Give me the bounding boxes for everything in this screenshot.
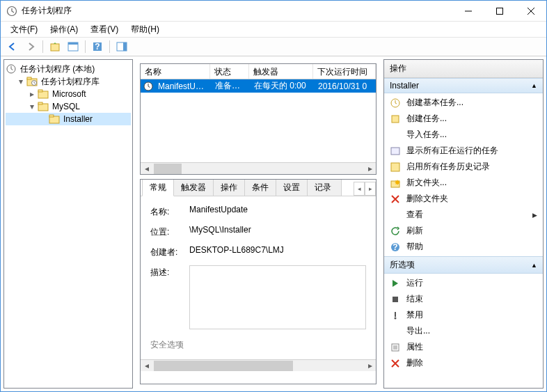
history-icon (390, 162, 401, 173)
svg-rect-1 (496, 8, 502, 14)
action-properties[interactable]: 属性 (384, 339, 543, 355)
task-icon (143, 81, 154, 92)
show-hide-action-button[interactable] (114, 39, 129, 54)
tab-scroll-right[interactable]: ▸ (365, 182, 376, 196)
value-name: ManifestUpdate (189, 205, 366, 214)
label-location: 位置: (150, 225, 189, 238)
svg-rect-23 (391, 163, 399, 171)
action-view[interactable]: 查看▶ (384, 207, 543, 223)
actions-section-installer[interactable]: Installer▲ (384, 78, 543, 93)
menu-help[interactable]: 帮助(H) (125, 22, 165, 37)
general-form: 名称: ManifestUpdate 位置: \MySQL\Installer … (141, 196, 376, 359)
delete-icon (390, 358, 401, 369)
action-run[interactable]: 运行 (384, 275, 543, 291)
collapse-icon: ▲ (531, 82, 537, 89)
menu-view[interactable]: 查看(V) (85, 22, 124, 37)
menubar: 文件(F) 操作(A) 查看(V) 帮助(H) (1, 22, 546, 37)
svg-rect-22 (391, 148, 399, 155)
tree-library[interactable]: ▾ 任务计划程序库 (6, 75, 131, 88)
center-pane: 名称 状态 触发器 下次运行时间 ManifestUp... 准备就绪 在每天的… (136, 59, 381, 389)
detail-panel: 常规 触发器 操作 条件 设置 历史记录 ◂ ▸ 名称: ManifestUpd… (140, 179, 376, 384)
stop-icon (390, 294, 401, 305)
tab-triggers[interactable]: 触发器 (173, 179, 214, 196)
task-row[interactable]: ManifestUp... 准备就绪 在每天的 0:00 2016/10/31 … (141, 79, 376, 93)
action-create-task[interactable]: 创建任务... (384, 111, 543, 127)
security-options-label: 安全选项 (150, 336, 366, 351)
folder-new-icon (390, 178, 401, 189)
submenu-arrow-icon: ▶ (532, 212, 537, 219)
col-trigger[interactable]: 触发器 (249, 64, 313, 79)
value-description[interactable] (189, 265, 366, 329)
tab-settings[interactable]: 设置 (276, 179, 308, 196)
tab-general[interactable]: 常规 (142, 179, 174, 196)
tab-actions[interactable]: 操作 (213, 179, 245, 196)
action-help[interactable]: ?帮助 (384, 239, 543, 255)
toolbar: ? (1, 37, 546, 56)
actions-section-selected[interactable]: 所选项▲ (384, 256, 543, 274)
show-hide-console-button[interactable] (65, 39, 81, 54)
action-delete-folder[interactable]: 删除文件夹 (384, 191, 543, 207)
action-create-basic-task[interactable]: 创建基本任务... (384, 95, 543, 111)
tree-microsoft[interactable]: ▸ Microsoft (6, 88, 131, 100)
collapse-icon[interactable]: ▾ (26, 102, 38, 111)
svg-rect-2 (51, 44, 59, 51)
tree-mysql[interactable]: ▾ MySQL (6, 100, 131, 113)
delete-icon (390, 194, 401, 205)
detail-tabs: 常规 触发器 操作 条件 设置 历史记录 ◂ ▸ (141, 180, 376, 196)
wand-icon (390, 97, 401, 109)
svg-rect-18 (49, 115, 54, 117)
action-import-task[interactable]: 导入任务... (384, 127, 543, 143)
action-new-folder[interactable]: 新文件夹... (384, 175, 543, 191)
action-end[interactable]: 结束 (384, 291, 543, 307)
import-icon (390, 130, 401, 141)
action-refresh[interactable]: 刷新 (384, 223, 543, 239)
detail-hscroll[interactable]: ◂▸ (141, 359, 376, 371)
minimize-button[interactable] (452, 1, 484, 21)
svg-rect-21 (392, 116, 399, 123)
back-button[interactable] (5, 39, 20, 54)
col-status[interactable]: 状态 (210, 64, 249, 79)
label-name: 名称: (150, 205, 189, 218)
value-creator: DESKTOP-LL689C7\LMJ (189, 245, 366, 255)
refresh-icon (390, 226, 401, 237)
menu-action[interactable]: 操作(A) (45, 22, 84, 37)
disable-icon (390, 310, 401, 321)
forward-button[interactable] (23, 39, 38, 54)
svg-rect-27 (393, 297, 398, 302)
close-button[interactable] (515, 1, 546, 21)
collapse-icon: ▲ (531, 262, 537, 269)
action-disable[interactable]: 禁用 (384, 307, 543, 323)
tab-scroll-left[interactable]: ◂ (354, 182, 365, 196)
maximize-button[interactable] (484, 1, 515, 21)
action-delete[interactable]: 删除 (384, 355, 543, 371)
action-export[interactable]: 导出... (384, 323, 543, 339)
help-button[interactable]: ? (90, 39, 105, 54)
svg-rect-8 (123, 42, 127, 51)
tree-root[interactable]: 任务计划程序 (本地) (6, 63, 131, 75)
svg-text:?: ? (393, 242, 397, 252)
list-hscroll[interactable]: ◂▸ (141, 162, 376, 174)
expand-icon[interactable]: ▸ (26, 89, 38, 99)
app-icon (6, 6, 17, 17)
tab-history[interactable]: 历史记录 (307, 179, 342, 196)
col-name[interactable]: 名称 (141, 64, 210, 79)
label-creator: 创建者: (150, 245, 189, 258)
svg-rect-16 (38, 102, 42, 104)
up-button[interactable] (47, 39, 63, 54)
running-icon (390, 146, 401, 157)
task-list: 名称 状态 触发器 下次运行时间 ManifestUp... 准备就绪 在每天的… (140, 63, 376, 175)
task-icon (390, 113, 401, 125)
help-icon: ? (390, 242, 401, 253)
play-icon (390, 278, 401, 289)
col-next[interactable]: 下次运行时间 (313, 64, 376, 79)
window-title: 任务计划程序 (22, 5, 452, 17)
menu-file[interactable]: 文件(F) (5, 22, 43, 37)
action-show-running[interactable]: 显示所有正在运行的任务 (384, 143, 543, 159)
tree-installer[interactable]: Installer (6, 113, 131, 125)
value-location: \MySQL\Installer (189, 225, 366, 235)
tab-conditions[interactable]: 条件 (244, 179, 276, 196)
collapse-icon[interactable]: ▾ (15, 77, 26, 86)
properties-icon (390, 342, 401, 353)
svg-rect-14 (38, 90, 42, 92)
action-enable-history[interactable]: 启用所有任务历史记录 (384, 159, 543, 175)
